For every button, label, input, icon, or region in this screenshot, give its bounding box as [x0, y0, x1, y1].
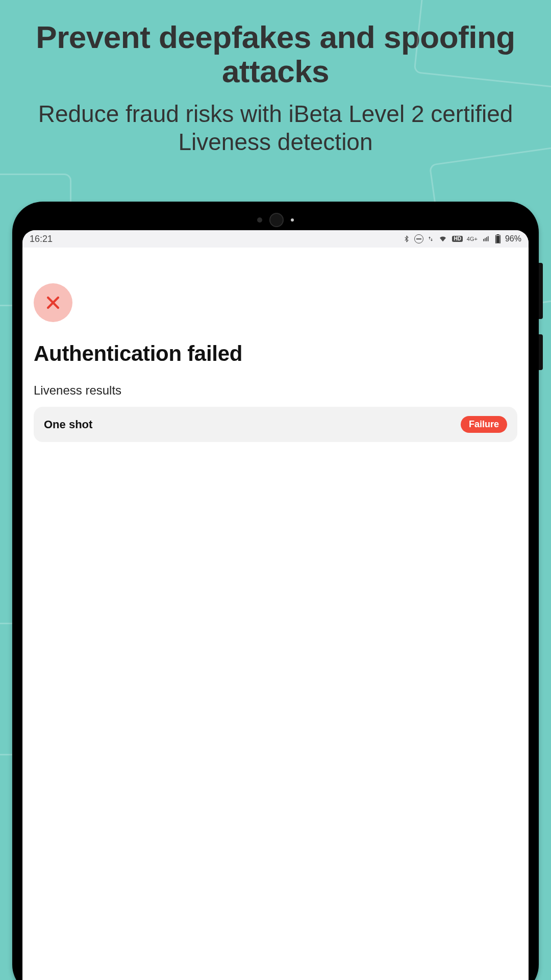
battery-icon — [495, 234, 501, 243]
liveness-result-row[interactable]: One shot Failure — [34, 407, 517, 442]
hero-title: Prevent deepfakes and spoofing attacks — [31, 20, 520, 89]
power-button-icon — [539, 334, 543, 370]
auth-result-screen: Authentication failed Liveness results O… — [22, 248, 529, 980]
clock: 16:21 — [30, 234, 53, 244]
status-bar: 16:21 HD 4G+ 9 — [22, 230, 529, 248]
hd-badge: HD — [452, 236, 462, 242]
svg-rect-0 — [483, 239, 484, 241]
volume-button-icon — [539, 263, 543, 319]
status-bar-right: HD 4G+ 96% — [403, 234, 521, 243]
svg-rect-6 — [496, 236, 500, 243]
liveness-results-label: Liveness results — [34, 383, 517, 398]
do-not-disturb-icon — [414, 234, 423, 243]
battery-percent: 96% — [505, 234, 521, 243]
bluetooth-icon — [403, 234, 410, 243]
status-badge: Failure — [461, 416, 507, 433]
tablet-frame: 16:21 HD 4G+ 9 — [12, 202, 539, 980]
failure-badge-icon — [34, 283, 72, 322]
wifi-icon — [438, 234, 448, 243]
marketing-hero: Prevent deepfakes and spoofing attacks R… — [0, 0, 551, 161]
hero-subtitle: Reduce fraud risks with iBeta Level 2 ce… — [31, 100, 520, 156]
network-type: 4G+ — [467, 236, 478, 242]
front-camera-icon — [269, 213, 284, 227]
svg-rect-3 — [488, 236, 489, 241]
camera-cluster — [257, 213, 294, 227]
svg-rect-2 — [486, 237, 487, 241]
data-updown-icon — [428, 234, 434, 243]
x-icon — [44, 294, 62, 311]
svg-rect-1 — [485, 238, 486, 241]
sensor-dot-icon — [257, 217, 262, 223]
result-name: One shot — [44, 418, 92, 431]
screen-title: Authentication failed — [34, 341, 517, 366]
device-screen: 16:21 HD 4G+ 9 — [22, 230, 529, 980]
cellular-signal-icon — [482, 234, 491, 243]
sensor-dot-icon — [291, 218, 294, 222]
